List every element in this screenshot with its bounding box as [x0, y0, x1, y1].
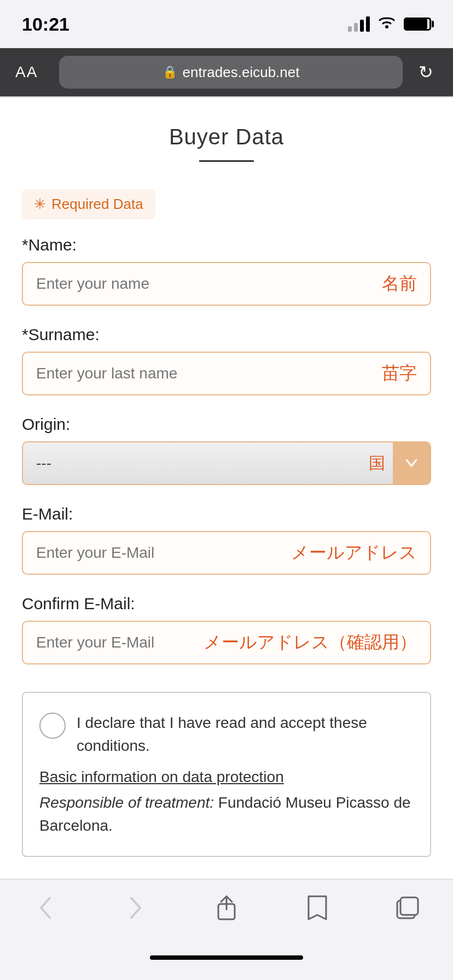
status-bar: 10:21 [0, 0, 453, 48]
consent-box: I declare that I have read and accept th… [22, 692, 431, 857]
browser-url-bar[interactable]: 🔒 entrades.eicub.net [59, 56, 403, 89]
svg-rect-3 [400, 897, 418, 915]
wifi-icon [378, 15, 396, 34]
browser-aa-button[interactable]: AA [15, 63, 48, 81]
surname-input-wrapper[interactable]: 苗字 [22, 352, 431, 395]
signal-icon [348, 16, 370, 32]
battery-icon [404, 18, 431, 31]
bookmarks-button[interactable] [295, 889, 339, 927]
responsible-label: Responsible of treatment: [39, 794, 218, 811]
origin-japanese: 国 [361, 452, 393, 475]
page-content: Buyer Data ✳ Required Data *Name: 名前 *Su… [0, 97, 453, 879]
surname-field: *Surname: 苗字 [22, 325, 431, 395]
email-input-wrapper[interactable]: メールアドレス [22, 531, 431, 575]
origin-label: Origin: [22, 415, 431, 434]
email-japanese: メールアドレス [291, 541, 417, 565]
confirm-email-japanese: メールアドレス（確認用） [204, 631, 417, 655]
title-underline [199, 160, 254, 162]
origin-dropdown-arrow[interactable] [393, 442, 430, 484]
home-indicator [0, 947, 453, 969]
back-button[interactable] [24, 889, 67, 927]
email-label: E-Mail: [22, 505, 431, 523]
consent-row: I declare that I have read and accept th… [39, 711, 414, 757]
required-data-label: Required Data [51, 196, 143, 213]
confirm-email-input-wrapper[interactable]: メールアドレス（確認用） [22, 621, 431, 664]
bottom-nav [0, 879, 453, 947]
email-input[interactable] [36, 544, 286, 562]
name-field: *Name: 名前 [22, 236, 431, 306]
email-field: E-Mail: メールアドレス [22, 505, 431, 575]
browser-url-text: entrades.eicub.net [183, 64, 300, 81]
home-bar [150, 955, 303, 960]
confirm-email-field: Confirm E-Mail: メールアドレス（確認用） [22, 594, 431, 664]
origin-field: Origin: --- 国 [22, 415, 431, 485]
browser-bar: AA 🔒 entrades.eicub.net ↻ [0, 48, 453, 96]
share-button[interactable] [205, 889, 248, 927]
surname-input[interactable] [36, 365, 376, 382]
page-title: Buyer Data [22, 125, 431, 149]
consent-checkbox[interactable] [39, 713, 66, 739]
consent-declaration-text: I declare that I have read and accept th… [77, 711, 414, 757]
surname-label: *Surname: [22, 325, 431, 344]
required-star-icon: ✳ [34, 196, 46, 213]
consent-info-text: Responsible of treatment: Fundació Museu… [39, 791, 414, 837]
required-data-badge: ✳ Required Data [22, 189, 155, 219]
lock-icon: 🔒 [162, 65, 177, 79]
status-time: 10:21 [22, 14, 69, 35]
origin-select-value: --- [23, 454, 361, 472]
name-input[interactable] [36, 275, 376, 293]
confirm-email-input[interactable] [36, 634, 198, 651]
browser-refresh-button[interactable]: ↻ [414, 62, 438, 83]
name-japanese: 名前 [382, 272, 417, 296]
origin-select[interactable]: --- 国 [22, 441, 431, 485]
data-protection-link[interactable]: Basic information on data protection [39, 768, 414, 786]
status-icons [348, 15, 431, 34]
surname-japanese: 苗字 [382, 361, 417, 386]
tabs-button[interactable] [386, 889, 429, 927]
name-input-wrapper[interactable]: 名前 [22, 262, 431, 306]
forward-button[interactable] [114, 889, 158, 927]
confirm-email-label: Confirm E-Mail: [22, 594, 431, 613]
svg-point-0 [385, 25, 388, 28]
name-label: *Name: [22, 236, 431, 254]
